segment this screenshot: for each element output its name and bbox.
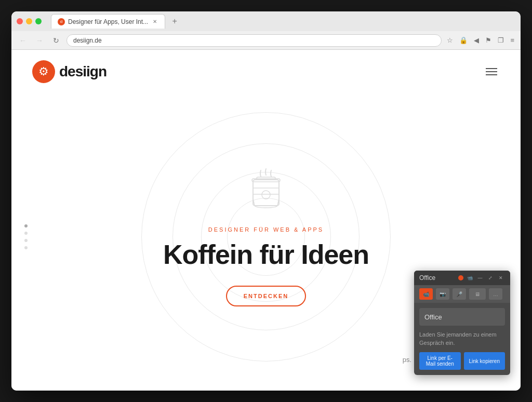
- bg-circle-xlarge: [141, 112, 391, 361]
- back-button[interactable]: ←: [17, 34, 29, 47]
- close-button[interactable]: [17, 18, 23, 24]
- popup-controls: 📹 📷 🎤 🖥 …: [414, 285, 510, 303]
- page-content: desiign: [11, 50, 521, 391]
- address-input[interactable]: [66, 34, 442, 47]
- overflow-hint: ps.: [403, 356, 411, 364]
- background-circles: [136, 107, 396, 367]
- popup-resize-icon[interactable]: ⤢: [486, 274, 495, 282]
- active-tab[interactable]: d Designer für Apps, User Int... ✕: [51, 14, 165, 29]
- traffic-lights: [17, 18, 42, 24]
- nav-dot-1[interactable]: [24, 224, 28, 227]
- popup-header: Office 📹 — ⤢ ✕: [414, 271, 510, 285]
- reload-button[interactable]: ↻: [50, 34, 62, 47]
- popup-orange-dot: [458, 275, 463, 280]
- hamburger-line-1: [486, 68, 497, 69]
- tab-favicon: d: [58, 18, 65, 25]
- popup-screen-button[interactable]: 🖥: [469, 288, 486, 300]
- menu-icon[interactable]: ≡: [509, 35, 515, 45]
- popup-room-input-wrap: Office: [419, 308, 505, 326]
- site-header: desiign: [11, 50, 521, 93]
- lock-icon[interactable]: 🔒: [458, 35, 469, 45]
- office-popup: Office 📹 — ⤢ ✕ 📹 📷 🎤 🖥 …: [414, 271, 510, 375]
- sidebar-navigation: [24, 224, 28, 249]
- popup-title: Office: [419, 274, 435, 282]
- popup-action-buttons: Link per E-Mail senden Link kopieren: [419, 352, 505, 370]
- address-bar: ← → ↻ ☆ 🔒 ◀ ⚑ ❐ ≡: [11, 31, 521, 50]
- popup-video-icon[interactable]: 📹: [466, 274, 474, 282]
- svg-point-2: [262, 191, 270, 199]
- hamburger-line-2: [486, 71, 497, 72]
- popup-invite-text: Laden Sie jemanden zu einem Gespräch ein…: [419, 331, 505, 347]
- flag-icon[interactable]: ⚑: [484, 35, 493, 45]
- tab-title: Designer für Apps, User Int...: [68, 18, 148, 25]
- svg-rect-1: [253, 188, 279, 194]
- bookmark-icon[interactable]: ☆: [446, 35, 454, 45]
- layers-icon[interactable]: ❐: [497, 35, 505, 45]
- tab-bar: d Designer für Apps, User Int... ✕ +: [51, 14, 515, 29]
- popup-header-icons: 📹 — ⤢ ✕: [458, 274, 505, 282]
- browser-window: d Designer für Apps, User Int... ✕ + ← →…: [11, 11, 521, 391]
- hamburger-line-3: [486, 74, 497, 75]
- popup-close-icon[interactable]: ✕: [497, 274, 505, 282]
- hero-subtitle: DESIGNER FÜR WEB & APPS: [208, 226, 324, 233]
- minimize-button[interactable]: [26, 18, 32, 24]
- hero-title: Koffein für Ideen: [163, 239, 369, 270]
- popup-email-button[interactable]: Link per E-Mail senden: [419, 352, 461, 370]
- coffee-icon: [245, 167, 287, 216]
- tab-close-icon[interactable]: ✕: [151, 18, 158, 25]
- cta-button[interactable]: ENTDECKEN: [226, 286, 306, 306]
- title-bar: d Designer für Apps, User Int... ✕ +: [11, 11, 521, 31]
- popup-body: Office Laden Sie jemanden zu einem Gespr…: [414, 303, 510, 375]
- svg-rect-0: [253, 180, 279, 206]
- arrow-left-icon[interactable]: ◀: [473, 35, 480, 45]
- popup-camera-button[interactable]: 📷: [436, 288, 449, 300]
- site-logo: desiign: [32, 60, 107, 83]
- nav-dot-4[interactable]: [24, 246, 28, 249]
- address-icons: ☆ 🔒 ◀ ⚑ ❐ ≡: [446, 35, 515, 45]
- maximize-button[interactable]: [35, 18, 42, 24]
- popup-copy-button[interactable]: Link kopieren: [464, 352, 506, 370]
- logo-icon: [32, 60, 55, 83]
- popup-mic-button[interactable]: 🎤: [453, 288, 466, 300]
- popup-video-on-button[interactable]: 📹: [419, 288, 433, 300]
- popup-more-button[interactable]: …: [489, 288, 502, 300]
- new-tab-button[interactable]: +: [168, 15, 181, 28]
- nav-dot-3[interactable]: [24, 239, 28, 242]
- hamburger-menu[interactable]: [483, 65, 500, 78]
- popup-minimize-icon[interactable]: —: [476, 274, 484, 282]
- logo-text: desiign: [59, 63, 107, 80]
- popup-room-input[interactable]: Office: [424, 313, 442, 321]
- forward-button[interactable]: →: [33, 34, 46, 47]
- nav-dot-2[interactable]: [24, 232, 28, 235]
